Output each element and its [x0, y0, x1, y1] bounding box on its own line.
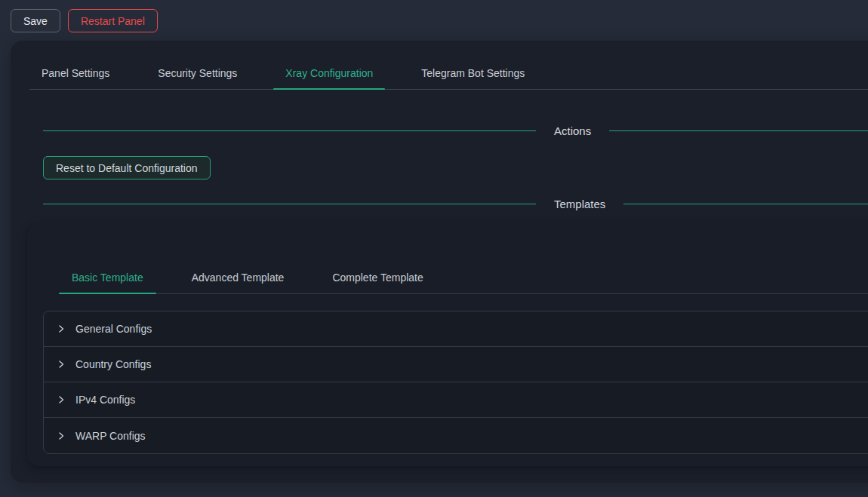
save-button[interactable]: Save	[11, 9, 60, 32]
tab-basic-template[interactable]: Basic Template	[59, 263, 156, 293]
divider-line	[623, 204, 868, 204]
topbar: Save Restart Panel	[0, 0, 868, 41]
caret-right-icon	[57, 395, 66, 404]
tab-complete-template[interactable]: Complete Template	[319, 263, 436, 293]
collapse-label: Country Configs	[75, 358, 151, 370]
settings-tabs: Panel Settings Security Settings Xray Co…	[29, 59, 868, 90]
caret-right-icon	[57, 324, 66, 333]
templates-card: Basic Template Advanced Template Complet…	[27, 223, 868, 466]
tab-security-settings[interactable]: Security Settings	[146, 59, 249, 89]
actions-divider: Actions	[43, 122, 868, 139]
templates-divider: Templates	[43, 195, 868, 212]
collapse-label: General Configs	[75, 323, 152, 335]
template-tabs: Basic Template Advanced Template Complet…	[59, 263, 868, 294]
xray-configuration-panel: Actions Reset to Default Configuration T…	[43, 122, 868, 212]
collapse-label: IPv4 Configs	[75, 394, 135, 406]
tab-advanced-template[interactable]: Advanced Template	[179, 263, 297, 293]
tab-telegram-bot-settings[interactable]: Telegram Bot Settings	[409, 59, 537, 89]
actions-divider-label: Actions	[536, 124, 609, 137]
caret-right-icon	[57, 360, 66, 369]
collapse-header-warp-configs[interactable]: WARP Configs	[44, 418, 868, 453]
divider-line	[43, 130, 536, 131]
collapse-header-general-configs[interactable]: General Configs	[44, 311, 868, 347]
divider-line	[43, 204, 536, 204]
templates-divider-label: Templates	[536, 198, 623, 210]
divider-line	[609, 130, 868, 131]
collapse-label: WARP Configs	[75, 430, 146, 442]
reset-default-configuration-button[interactable]: Reset to Default Configuration	[43, 156, 211, 179]
configs-collapse: General Configs Country Configs IPv4 Con…	[43, 311, 868, 454]
collapse-header-ipv4-configs[interactable]: IPv4 Configs	[44, 382, 868, 418]
tab-xray-configuration[interactable]: Xray Configuration	[273, 59, 385, 89]
restart-panel-button[interactable]: Restart Panel	[68, 9, 158, 32]
collapse-header-country-configs[interactable]: Country Configs	[44, 347, 868, 382]
caret-right-icon	[57, 431, 66, 440]
tab-panel-settings[interactable]: Panel Settings	[29, 59, 122, 89]
settings-card: Panel Settings Security Settings Xray Co…	[11, 41, 868, 483]
